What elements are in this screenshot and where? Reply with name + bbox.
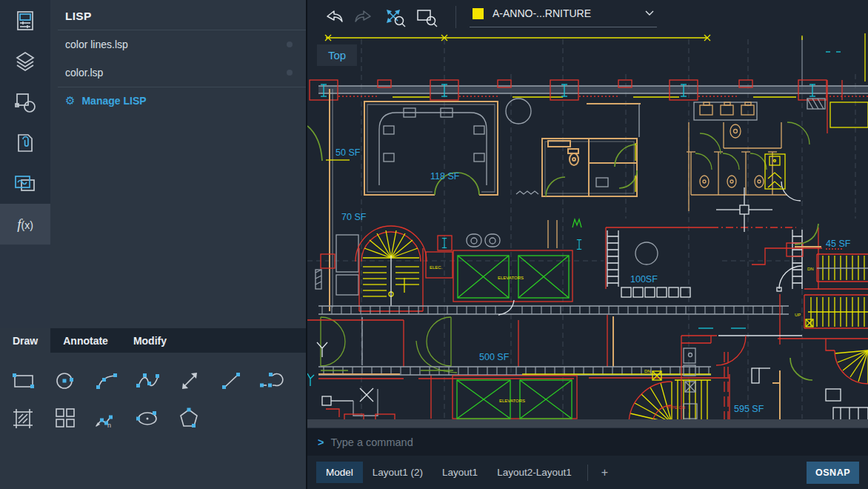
- lisp-item-color-lines[interactable]: color lines.lsp: [50, 30, 306, 59]
- line-icon: [218, 370, 244, 392]
- ellipse-icon: [135, 407, 161, 429]
- label-50sf: 50 SF: [335, 147, 361, 158]
- svg-text:n: n: [107, 422, 111, 429]
- tab-layout1-2[interactable]: Layout1 (2): [363, 462, 433, 483]
- zoom-extents-icon: [383, 6, 408, 28]
- draw-tools: n: [0, 353, 306, 436]
- hatch-icon: [11, 407, 36, 429]
- tab-layout2-layout1[interactable]: Layout2-Layout1: [487, 462, 581, 483]
- tool-polygon[interactable]: [169, 399, 210, 436]
- right-stairs: [752, 224, 868, 345]
- properties-panel-icon: [14, 10, 36, 32]
- exterior-wall-band: [310, 80, 868, 100]
- arc-icon: [94, 370, 119, 392]
- bottom-wall-strip: [307, 419, 868, 428]
- label-up: UP: [795, 313, 801, 317]
- zoom-window-icon: [414, 6, 439, 28]
- rail-layers-button[interactable]: [0, 41, 50, 82]
- mid-bathroom: [516, 104, 641, 227]
- label-dn: DN: [807, 267, 814, 271]
- redo-button[interactable]: [349, 4, 380, 30]
- rail-attachments-button[interactable]: [0, 122, 50, 163]
- left-column: f(x) LISP color lines.lsp color.lsp ⚙: [0, 0, 306, 489]
- tab-draw[interactable]: Draw: [0, 328, 50, 353]
- label-elevators-upper: ELEVATORS: [498, 276, 524, 280]
- rail-spacer: [0, 245, 50, 328]
- corridor-lower: [318, 367, 730, 379]
- label-118sf: 118 SF: [430, 171, 460, 182]
- tool-construction-line[interactable]: [169, 362, 210, 399]
- tab-annotate[interactable]: Annotate: [50, 328, 121, 353]
- label-45sf: 45 SF: [826, 239, 851, 249]
- tab-modify[interactable]: Modify: [121, 328, 179, 353]
- double-arrow-icon: [177, 370, 202, 392]
- rail-blocks-button[interactable]: [0, 82, 50, 122]
- lisp-item-color[interactable]: color.lsp: [50, 59, 306, 87]
- tool-measure[interactable]: n: [86, 399, 127, 436]
- label-elevators-lower: ELEVATORS: [499, 399, 525, 403]
- zoom-extents-button[interactable]: [380, 4, 411, 30]
- command-line[interactable]: > Type a command: [307, 428, 868, 456]
- canvas-toolbar: A-ANNO-...RNITURE: [307, 0, 868, 33]
- tool-polyline-arc[interactable]: [252, 362, 293, 399]
- tab-separator: [587, 465, 588, 481]
- label-dn-small: DN: [644, 369, 651, 373]
- view-cube-label[interactable]: Top: [317, 44, 357, 66]
- fan-stair: [522, 368, 770, 426]
- lisp-panel: LISP color lines.lsp color.lsp ⚙ Manage …: [50, 0, 306, 328]
- tab-layout1[interactable]: Layout1: [433, 462, 487, 483]
- manage-lisp-button[interactable]: ⚙ Manage LISP: [50, 87, 306, 114]
- restroom: [687, 80, 868, 211]
- polygon-icon: [177, 407, 202, 429]
- osnap-button[interactable]: OSNAP: [807, 462, 859, 484]
- label-pipe-chase: PIPE CH: [667, 405, 685, 410]
- rail-functions-button[interactable]: f(x): [0, 204, 50, 245]
- blocks-icon: [14, 91, 36, 113]
- tab-model[interactable]: Model: [316, 462, 363, 483]
- gear-icon: ⚙: [65, 94, 75, 107]
- app-window: f(x) LISP color lines.lsp color.lsp ⚙: [0, 0, 868, 489]
- tool-circle[interactable]: [44, 362, 86, 399]
- label-595sf: 595 SF: [734, 404, 764, 414]
- redo-icon: [353, 7, 376, 27]
- block-icon: [53, 407, 78, 429]
- layer-color-swatch: [473, 8, 484, 19]
- tool-line[interactable]: [210, 362, 252, 399]
- undo-button[interactable]: [318, 4, 349, 30]
- rail-properties-button[interactable]: [0, 0, 50, 41]
- lower-elevators: [326, 376, 577, 426]
- tool-rectangle[interactable]: [3, 362, 44, 399]
- tool-block[interactable]: [44, 399, 86, 436]
- layout-tab-bar: Model Layout1 (2) Layout1 Layout2-Layout…: [307, 456, 868, 489]
- floor-plan-drawing[interactable]: 50 SF 70 SF 118 SF 100SF 45 SF 500 SF 59…: [307, 33, 868, 428]
- status-dot: [287, 70, 293, 76]
- layer-dropdown[interactable]: A-ANNO-...RNITURE: [470, 6, 657, 27]
- undo-icon: [321, 7, 345, 27]
- tool-arc[interactable]: [86, 362, 127, 399]
- zoom-window-button[interactable]: [411, 4, 442, 30]
- add-layout-button[interactable]: +: [594, 466, 615, 479]
- label-70sf: 70 SF: [341, 212, 367, 222]
- drawing-canvas-area[interactable]: A-ANNO-...RNITURE Top: [306, 0, 868, 489]
- polyline-arc-icon: [259, 370, 286, 392]
- tool-ellipse[interactable]: [127, 399, 169, 436]
- label-500sf: 500 SF: [479, 352, 510, 362]
- attachments-icon: [14, 132, 36, 154]
- lisp-item-label: color.lsp: [65, 67, 103, 79]
- layer-name: A-ANNO-...RNITURE: [493, 7, 591, 19]
- lisp-panel-title: LISP: [50, 0, 306, 30]
- tool-spline[interactable]: [127, 362, 169, 399]
- label-elec: ELEC.: [430, 265, 443, 270]
- circle-icon: [53, 370, 78, 392]
- rail-views-button[interactable]: [0, 163, 50, 204]
- toolbar-separator: [455, 6, 456, 28]
- tool-panel-tabs: Draw Annotate Modify: [0, 328, 306, 353]
- bottom-right-rooms: [681, 328, 868, 426]
- left-rail: f(x): [0, 0, 50, 328]
- status-dot: [287, 41, 293, 47]
- corridor-upper: [318, 300, 789, 315]
- layers-icon: [14, 50, 36, 73]
- measure-icon: n: [93, 407, 120, 429]
- tool-hatch[interactable]: [3, 399, 44, 436]
- command-prompt-icon: >: [318, 436, 324, 448]
